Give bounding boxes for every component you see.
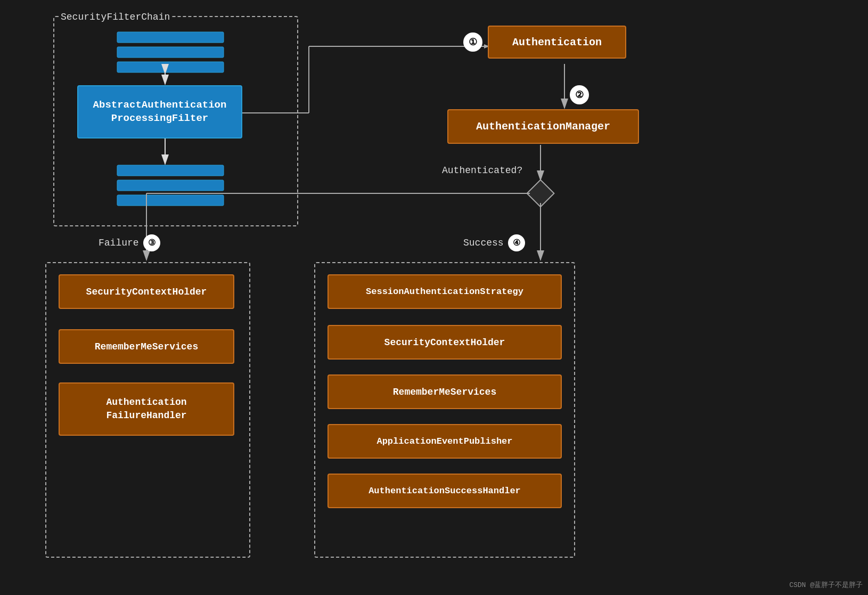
success-label-container: Success ④ [463,234,525,251]
session-auth-strategy: SessionAuthenticationStrategy [327,274,562,309]
auth-manager-box: AuthenticationManager [447,109,639,144]
authentication-step-container: ① Authentication [463,26,626,59]
step3-circle: ③ [143,234,160,251]
authenticated-label: Authenticated? [442,165,522,176]
step1-circle: ① [463,32,482,52]
auth-failure-handler: Authentication FailureHandler [59,382,234,436]
watermark: CSDN @蓝胖子不是胖子 [789,580,863,590]
security-context-holder-success: SecurityContextHolder [327,325,562,360]
failure-label: Failure [99,238,139,248]
failure-label-container: Failure ③ [99,234,160,251]
step2-circle: ② [570,85,589,104]
security-context-holder-failure: SecurityContextHolder [59,274,234,309]
success-label: Success [463,238,504,248]
authentication-box: Authentication [488,26,626,59]
step4-circle: ④ [508,234,525,251]
app-event-publisher: ApplicationEventPublisher [327,424,562,459]
svg-rect-17 [527,180,554,207]
diagram-container: SecurityFilterChain AbstractAuthenticati… [0,0,868,595]
security-filter-chain-label: SecurityFilterChain [59,12,172,22]
remember-me-services-failure: RememberMeServices [59,329,234,364]
auth-success-handler: AuthenticationSuccessHandler [327,474,562,508]
abstract-auth-filter-box: AbstractAuthentication ProcessingFilter [77,85,242,138]
remember-me-services-success: RememberMeServices [327,374,562,409]
